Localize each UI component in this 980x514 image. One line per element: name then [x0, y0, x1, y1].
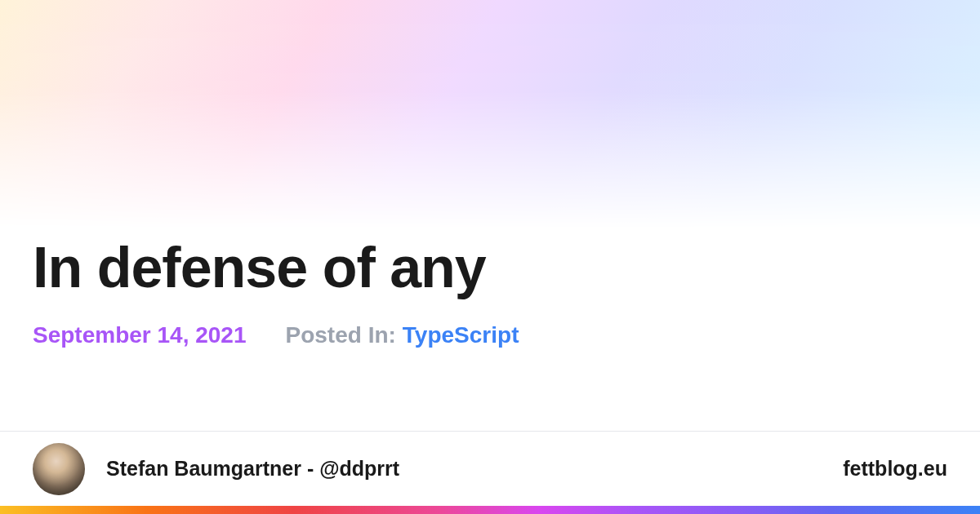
posted-in: Posted In: TypeScript [286, 322, 519, 348]
header-gradient [0, 0, 980, 228]
post-header: In defense of any September 14, 2021 Pos… [33, 237, 947, 348]
footer: Stefan Baumgartner - @ddprrt fettblog.eu [0, 431, 980, 514]
post-date: September 14, 2021 [33, 322, 247, 348]
author-name: Stefan Baumgartner - @ddprrt [106, 457, 399, 481]
posted-in-label: Posted In: [286, 322, 396, 348]
site-name[interactable]: fettblog.eu [843, 457, 947, 481]
author-block: Stefan Baumgartner - @ddprrt [33, 443, 399, 495]
post-title: In defense of any [33, 237, 947, 299]
category-link[interactable]: TypeScript [403, 322, 519, 348]
accent-strip [0, 506, 980, 514]
avatar [33, 443, 85, 495]
post-meta: September 14, 2021 Posted In: TypeScript [33, 322, 947, 348]
